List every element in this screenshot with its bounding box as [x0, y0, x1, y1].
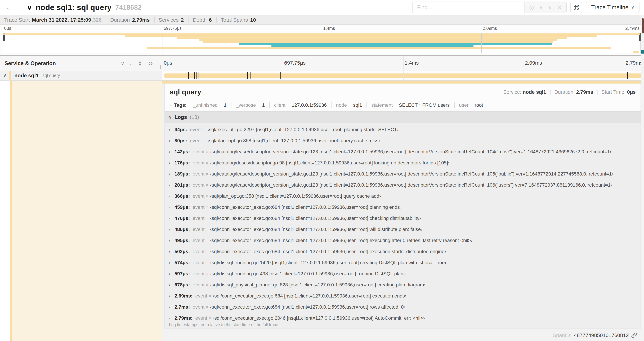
timeline-ruler: 0μs697.75μs1.4ms2.09ms2.79ms: [162, 56, 644, 71]
log-field-value: ‹sql/conn_executor_exec.go:684 [nsql1,cl…: [210, 304, 405, 310]
double-chevron-down-icon[interactable]: ≫: [138, 61, 143, 66]
log-row[interactable]: › 34μs: event = ‹sql/exec_util.go:2297 […: [165, 124, 640, 135]
chevron-right-icon[interactable]: ›: [170, 102, 171, 108]
log-row[interactable]: › 2.69ms: event = ‹sql/conn_executor_exe…: [165, 290, 640, 301]
log-row[interactable]: › 502μs: event = ‹sql/conn_executor_exec…: [165, 246, 640, 257]
log-row[interactable]: › 176μs: event = ‹sql/catalog/descs/desc…: [165, 157, 640, 168]
stat-label: Services: [159, 17, 179, 23]
locate-icon[interactable]: ◎: [529, 4, 534, 11]
find-group: ◎ ∧ ∨ ✕: [412, 2, 566, 13]
keyboard-shortcuts-button[interactable]: ⌘: [570, 2, 582, 13]
vertical-scrollbar[interactable]: [641, 15, 644, 341]
log-equals: =: [206, 249, 208, 254]
tag-item[interactable]: client = 127.0.0.1:59936: [269, 102, 331, 108]
prev-match-icon[interactable]: ∧: [539, 4, 543, 11]
chevron-right-icon[interactable]: ›: [168, 127, 174, 132]
chevron-right-icon[interactable]: ›: [168, 227, 174, 232]
tags-row[interactable]: › Tags: _unfinished = 1 _verbose =: [165, 99, 640, 111]
log-field-value: ‹sql/conn_executor_exec.go:684 [nsql1,cl…: [210, 249, 446, 254]
log-row[interactable]: › 201μs: event = ‹sql/catalog/lease/desc…: [165, 180, 640, 191]
stat-label: Trace Start: [4, 17, 30, 23]
chevron-right-icon[interactable]: ›: [168, 315, 174, 321]
chevron-right-icon[interactable]: ›: [130, 61, 132, 66]
scrollbar-marker: [642, 50, 644, 54]
double-chevron-right-icon[interactable]: ≫: [148, 61, 154, 66]
minimap-span-bar: [147, 47, 610, 49]
chevron-right-icon[interactable]: ›: [168, 205, 174, 210]
span-row[interactable]: ∨ node sql1 sql query: [0, 71, 644, 81]
find-input[interactable]: [412, 2, 524, 13]
chevron-right-icon[interactable]: ›: [168, 149, 174, 155]
tag-item[interactable]: _verbose = 1: [231, 102, 269, 108]
tag-item[interactable]: node = sql1: [331, 102, 366, 108]
tag-equals: =: [220, 103, 222, 108]
chevron-down-icon[interactable]: ∨: [168, 115, 172, 120]
tag-item[interactable]: statement = SELECT * FROM users: [366, 102, 454, 108]
log-timestamp: 189μs:: [174, 171, 190, 177]
chevron-right-icon[interactable]: ›: [168, 160, 174, 166]
tag-key: _verbose: [236, 102, 256, 108]
logs-list: › 34μs: event = ‹sql/exec_util.go:2297 […: [165, 123, 640, 321]
view-selector-button[interactable]: Trace Timeline ∨: [586, 2, 640, 13]
tag-item[interactable]: _unfinished = 1: [188, 102, 231, 108]
clear-icon[interactable]: ✕: [557, 4, 562, 11]
chevron-right-icon[interactable]: ›: [168, 171, 174, 177]
link-icon[interactable]: [631, 332, 637, 338]
log-row[interactable]: › 678μs: event = ‹sql/distsql_physical_p…: [165, 279, 640, 290]
tag-value: 1: [224, 102, 226, 108]
tag-key: _unfinished: [193, 102, 218, 108]
scrollbar-thumb[interactable]: [642, 18, 644, 34]
back-arrow-icon: ←: [6, 3, 14, 12]
tag-equals: =: [394, 103, 397, 108]
minimap-canvas[interactable]: [3, 33, 641, 53]
chevron-right-icon[interactable]: ›: [168, 293, 174, 299]
tag-item[interactable]: user = root: [454, 102, 488, 108]
minimap-span-bar: [239, 43, 552, 45]
chevron-right-icon[interactable]: ›: [168, 249, 174, 254]
chevron-down-icon[interactable]: ∨: [121, 61, 124, 66]
chevron-right-icon[interactable]: ›: [168, 194, 174, 199]
span-id-value: 4877749850101760812: [574, 332, 629, 338]
trace-minimap: 0μs697.75μs1.4ms2.09ms2.79ms: [0, 25, 644, 56]
log-row[interactable]: › 476μs: event = ‹sql/conn_executor_exec…: [165, 213, 640, 224]
chevron-right-icon[interactable]: ›: [168, 138, 174, 143]
chevron-right-icon[interactable]: ›: [168, 182, 174, 188]
span-detail-card: sql query Service: node sql1 | Duration:…: [164, 84, 641, 329]
log-row[interactable]: › 574μs: event = ‹sql/distsql_running.go…: [165, 257, 640, 268]
log-row[interactable]: › 366μs: event = ‹sql/plan_opt.go:358 [n…: [165, 191, 640, 202]
chevron-right-icon[interactable]: ›: [168, 216, 174, 221]
log-field-value: ‹sql/conn_executor_exec.go:684 [nsql1,cl…: [213, 293, 406, 299]
span-row-timeline[interactable]: [162, 71, 644, 81]
span-row-name-column[interactable]: ∨ node sql1 sql query: [0, 71, 162, 81]
log-equals: =: [206, 149, 208, 154]
log-row[interactable]: › 459μs: event = ‹sql/conn_executor_exec…: [165, 202, 640, 213]
next-match-icon[interactable]: ∨: [548, 4, 552, 11]
timeline-tick-label: 2.79ms: [626, 60, 642, 66]
log-field-key: event: [193, 216, 205, 221]
log-row[interactable]: › 2.7ms: event = ‹sql/conn_executor_exec…: [165, 301, 640, 312]
chevron-right-icon[interactable]: ›: [168, 260, 174, 265]
log-row[interactable]: › 80μs: event = ‹sql/plan_opt.go:358 [ns…: [165, 135, 640, 146]
log-timestamp: 80μs:: [174, 138, 187, 143]
log-row[interactable]: › 189μs: event = ‹sql/catalog/lease/desc…: [165, 168, 640, 180]
chevron-down-icon[interactable]: ∨: [3, 73, 6, 78]
log-timestamp: 34μs:: [174, 127, 187, 132]
chevron-right-icon[interactable]: ›: [168, 282, 174, 288]
log-row[interactable]: › 142μs: event = ‹sql/catalog/lease/desc…: [165, 146, 640, 157]
logs-header[interactable]: ∨ Logs (18): [165, 112, 640, 123]
log-timestamp: 176μs:: [174, 160, 190, 166]
log-timestamp: 486μs:: [174, 227, 190, 232]
chevron-right-icon[interactable]: ›: [168, 238, 174, 243]
view-selector-label: Trace Timeline: [591, 4, 628, 11]
log-row[interactable]: › 597μs: event = ‹sql/distsql_running.go…: [165, 268, 640, 279]
log-row[interactable]: › 495μs: event = ‹sql/conn_executor_exec…: [165, 235, 640, 246]
log-timestamp: 597μs:: [174, 271, 190, 276]
chevron-right-icon[interactable]: ›: [168, 271, 174, 276]
trace-collapse-chevron-icon[interactable]: ∨: [27, 4, 32, 12]
collapse-controls: ∨ › ≫ ≫: [121, 61, 154, 66]
column-resize-grip-icon[interactable]: [158, 65, 161, 69]
back-button[interactable]: ←: [0, 0, 20, 15]
log-row[interactable]: › 486μs: event = ‹sql/conn_executor_exec…: [165, 224, 640, 235]
span-color-accent: [10, 81, 12, 341]
chevron-right-icon[interactable]: ›: [168, 304, 174, 310]
